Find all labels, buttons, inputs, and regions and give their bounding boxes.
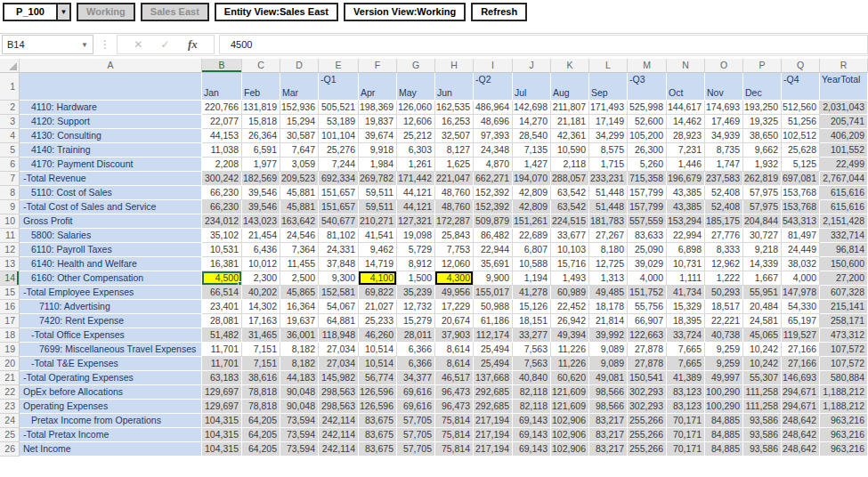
cell-E18[interactable]: 118,948 bbox=[319, 328, 359, 343]
cell-J11[interactable]: 22,689 bbox=[513, 229, 551, 243]
cell-C23[interactable]: 78,818 bbox=[242, 400, 280, 414]
row-label-17[interactable]: 7420: Rent Expense bbox=[20, 314, 202, 328]
cell-I1[interactable]: -Q2 bbox=[474, 73, 513, 101]
cell-Q13[interactable]: 38,032 bbox=[782, 257, 820, 271]
cell-K1[interactable]: Aug bbox=[551, 73, 589, 101]
row-header-26[interactable]: 26 bbox=[0, 442, 20, 457]
cell-I26[interactable]: 217,194 bbox=[474, 442, 513, 457]
cell-F9[interactable]: 59,511 bbox=[359, 200, 397, 214]
cell-G1[interactable]: May bbox=[397, 73, 435, 101]
cell-O13[interactable]: 12,962 bbox=[705, 257, 743, 271]
cell-N10[interactable]: 153,294 bbox=[667, 214, 705, 229]
cell-H25[interactable]: 75,814 bbox=[435, 428, 474, 442]
cell-I24[interactable]: 217,194 bbox=[474, 414, 513, 428]
cell-F7[interactable]: 269,782 bbox=[359, 172, 397, 186]
cell-O23[interactable]: 100,290 bbox=[705, 400, 743, 414]
cell-R15[interactable]: 607,328 bbox=[820, 286, 868, 300]
cell-P13[interactable]: 14,339 bbox=[743, 257, 782, 271]
cell-L17[interactable]: 21,814 bbox=[589, 314, 628, 328]
cell-K17[interactable]: 26,942 bbox=[551, 314, 589, 328]
cell-C12[interactable]: 6,436 bbox=[242, 243, 280, 257]
cell-O15[interactable]: 50,293 bbox=[705, 286, 743, 300]
cell-K9[interactable]: 63,542 bbox=[551, 200, 589, 214]
entity-view-button[interactable]: Entity View:Sales East bbox=[215, 3, 338, 21]
cell-E11[interactable]: 81,102 bbox=[319, 229, 359, 243]
cell-J8[interactable]: 42,809 bbox=[513, 186, 551, 200]
cell-M14[interactable]: 4,000 bbox=[628, 271, 667, 286]
cell-L3[interactable]: 17,149 bbox=[589, 115, 628, 129]
cell-F14[interactable]: 4,100 bbox=[359, 271, 397, 286]
cell-L8[interactable]: 51,448 bbox=[589, 186, 628, 200]
cell-I18[interactable]: 112,174 bbox=[474, 328, 513, 343]
cell-B26[interactable]: 104,315 bbox=[202, 442, 242, 457]
cell-R14[interactable]: 27,200 bbox=[820, 271, 868, 286]
cell-K13[interactable]: 15,716 bbox=[551, 257, 589, 271]
refresh-button[interactable]: Refresh bbox=[471, 3, 527, 21]
cell-H8[interactable]: 48,760 bbox=[435, 186, 474, 200]
cell-Q12[interactable]: 24,449 bbox=[782, 243, 820, 257]
cell-H16[interactable]: 17,229 bbox=[435, 300, 474, 314]
row-header-15[interactable]: 15 bbox=[0, 286, 20, 300]
cell-J9[interactable]: 42,809 bbox=[513, 200, 551, 214]
cell-K12[interactable]: 10,103 bbox=[551, 243, 589, 257]
cell-E17[interactable]: 64,881 bbox=[319, 314, 359, 328]
cell-B24[interactable]: 104,315 bbox=[202, 414, 242, 428]
cell-R11[interactable]: 332,714 bbox=[820, 229, 868, 243]
cell-N22[interactable]: 83,123 bbox=[667, 385, 705, 400]
cell-N16[interactable]: 15,329 bbox=[667, 300, 705, 314]
cell-J22[interactable]: 82,118 bbox=[513, 385, 551, 400]
cell-D12[interactable]: 7,364 bbox=[280, 243, 319, 257]
cell-K14[interactable]: 1,493 bbox=[551, 271, 589, 286]
cell-O9[interactable]: 52,408 bbox=[705, 200, 743, 214]
cell-C14[interactable]: 2,300 bbox=[242, 271, 280, 286]
cell-P11[interactable]: 30,727 bbox=[743, 229, 782, 243]
cell-P20[interactable]: 10,242 bbox=[743, 357, 782, 371]
cell-C10[interactable]: 143,023 bbox=[242, 214, 280, 229]
cell-B4[interactable]: 44,153 bbox=[202, 129, 242, 143]
cell-R9[interactable]: 615,616 bbox=[820, 200, 868, 214]
cell-F4[interactable]: 39,674 bbox=[359, 129, 397, 143]
cell-P8[interactable]: 57,975 bbox=[743, 186, 782, 200]
cell-M6[interactable]: 5,260 bbox=[628, 158, 667, 172]
cell-E3[interactable]: 53,189 bbox=[319, 115, 359, 129]
row-label-23[interactable]: Operating Expenses bbox=[20, 400, 202, 414]
cell-L25[interactable]: 83,217 bbox=[589, 428, 628, 442]
row-label-19[interactable]: 7699: Miscellaneous Travel Expenses bbox=[20, 343, 202, 357]
cell-F16[interactable]: 21,027 bbox=[359, 300, 397, 314]
cell-M18[interactable]: 122,663 bbox=[628, 328, 667, 343]
cell-C19[interactable]: 7,151 bbox=[242, 343, 280, 357]
cell-F26[interactable]: 83,675 bbox=[359, 442, 397, 457]
cell-G12[interactable]: 5,729 bbox=[397, 243, 435, 257]
cell-B1[interactable]: Jan bbox=[202, 73, 242, 101]
cell-O4[interactable]: 34,939 bbox=[705, 129, 743, 143]
cell-H11[interactable]: 25,843 bbox=[435, 229, 474, 243]
cell-L22[interactable]: 98,566 bbox=[589, 385, 628, 400]
cell-C15[interactable]: 40,202 bbox=[242, 286, 280, 300]
cell-B14[interactable]: 4,500 bbox=[202, 271, 242, 286]
cell-E2[interactable]: 505,521 bbox=[319, 101, 359, 115]
cell-J21[interactable]: 40,840 bbox=[513, 371, 551, 385]
cell-I12[interactable]: 22,944 bbox=[474, 243, 513, 257]
row-header-22[interactable]: 22 bbox=[0, 385, 20, 400]
cell-P16[interactable]: 20,484 bbox=[743, 300, 782, 314]
cell-B17[interactable]: 28,081 bbox=[202, 314, 242, 328]
cell-L18[interactable]: 39,992 bbox=[589, 328, 628, 343]
cell-J2[interactable]: 142,698 bbox=[513, 101, 551, 115]
cell-I7[interactable]: 662,271 bbox=[474, 172, 513, 186]
row-header-4[interactable]: 4 bbox=[0, 129, 20, 143]
cell-G7[interactable]: 171,442 bbox=[397, 172, 435, 186]
cell-J14[interactable]: 1,194 bbox=[513, 271, 551, 286]
row-label-22[interactable]: OpEx before Allocations bbox=[20, 385, 202, 400]
cell-O20[interactable]: 9,259 bbox=[705, 357, 743, 371]
cell-G2[interactable]: 126,060 bbox=[397, 101, 435, 115]
cell-M1[interactable]: -Q3 bbox=[628, 73, 667, 101]
row-label-2[interactable]: 4110: Hardware bbox=[20, 101, 202, 115]
cell-I23[interactable]: 292,685 bbox=[474, 400, 513, 414]
cell-Q14[interactable]: 4,000 bbox=[782, 271, 820, 286]
cell-R23[interactable]: 1,188,212 bbox=[820, 400, 868, 414]
cell-C24[interactable]: 64,205 bbox=[242, 414, 280, 428]
cell-D16[interactable]: 16,364 bbox=[280, 300, 319, 314]
cell-L1[interactable]: Sep bbox=[589, 73, 628, 101]
cell-B7[interactable]: 300,242 bbox=[202, 172, 242, 186]
cell-D8[interactable]: 45,881 bbox=[280, 186, 319, 200]
